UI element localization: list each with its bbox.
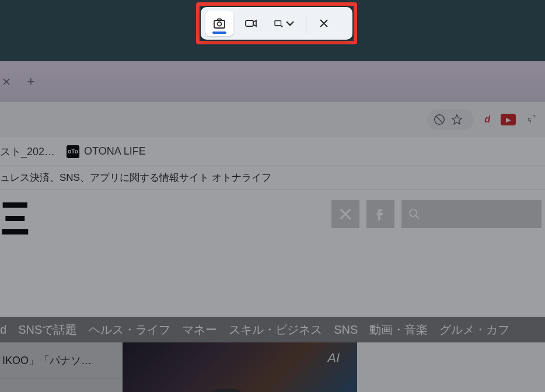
rectangle-icon	[273, 18, 284, 29]
nav-item[interactable]: グルメ・カフ	[439, 322, 509, 338]
snipping-toolbar	[201, 7, 352, 40]
tab-strip: +	[0, 61, 545, 102]
nav-item[interactable]: 動画・音楽	[369, 322, 428, 338]
d-brand-icon[interactable]: d	[484, 114, 490, 125]
svg-point-1	[410, 209, 417, 216]
svg-rect-8	[275, 21, 281, 26]
page-header-area: Ξ	[0, 190, 545, 318]
nav-item[interactable]: SNS	[334, 323, 358, 337]
browser-toolbar: d ▶	[0, 102, 545, 137]
cookie-blocked-icon[interactable]	[433, 113, 446, 126]
bookmark-item[interactable]: スト_202…	[0, 145, 55, 159]
browser-window: + d ▶ スト_202… oTo OTONA LIFE ュレス決済、SNS、ア…	[0, 61, 545, 392]
extension-icon[interactable]	[526, 113, 539, 126]
screenshot-mode-button[interactable]	[205, 10, 233, 36]
x-twitter-icon[interactable]	[331, 200, 359, 228]
page-tagline: ュレス決済、SNS、アプリに関する情報サイト オトナライフ	[0, 166, 545, 190]
close-icon	[319, 18, 329, 29]
list-item[interactable]: 利用時間が増えて…	[0, 379, 123, 392]
nav-item[interactable]: ヘルス・ライフ	[89, 322, 170, 338]
snip-shape-dropdown[interactable]	[268, 10, 300, 36]
bookmark-item[interactable]: oTo OTONA LIFE	[67, 145, 146, 158]
new-tab-button[interactable]: +	[23, 74, 39, 89]
close-snip-button[interactable]	[312, 10, 336, 36]
bookmark-star-icon[interactable]	[450, 113, 463, 126]
video-icon	[244, 16, 258, 30]
camera-icon	[212, 16, 226, 30]
featured-image[interactable]: AI ChatGPT	[123, 342, 357, 392]
nav-item[interactable]: SNSで話題	[18, 322, 77, 338]
video-mode-button[interactable]	[237, 10, 265, 36]
featured-area: IKOO」「パナソ… 利用時間が増えて… くなったら？ 経… AI ChatGP…	[0, 342, 357, 392]
nav-item[interactable]: d	[0, 323, 6, 337]
separator	[306, 14, 306, 33]
bookmark-label: スト_202…	[0, 145, 55, 159]
bookmarks-bar: スト_202… oTo OTONA LIFE	[0, 137, 545, 166]
bookmark-label: OTONA LIFE	[84, 145, 146, 158]
chevron-down-icon	[285, 18, 295, 29]
bookmark-favicon: oTo	[67, 145, 79, 158]
nav-item[interactable]: スキル・ビジネス	[229, 322, 322, 338]
tab-close-button[interactable]	[0, 75, 13, 88]
address-actions	[427, 109, 474, 130]
site-search-box[interactable]	[401, 200, 541, 228]
site-logo-fragment: Ξ	[0, 200, 35, 253]
svg-point-6	[218, 22, 222, 26]
ai-label: AI	[327, 351, 340, 366]
youtube-icon[interactable]: ▶	[501, 114, 516, 125]
facebook-icon[interactable]	[366, 200, 394, 228]
app-icon-chatgpt: ChatGPT	[210, 389, 243, 392]
article-list: IKOO」「パナソ… 利用時間が増えて… くなったら？ 経…	[0, 342, 123, 392]
social-row	[331, 200, 541, 228]
nav-item[interactable]: マネー	[182, 322, 217, 338]
svg-rect-7	[246, 20, 253, 26]
list-item[interactable]: IKOO」「パナソ…	[0, 342, 123, 379]
search-icon	[407, 207, 421, 221]
site-nav: d SNSで話題 ヘルス・ライフ マネー スキル・ビジネス SNS 動画・音楽 …	[0, 317, 545, 342]
